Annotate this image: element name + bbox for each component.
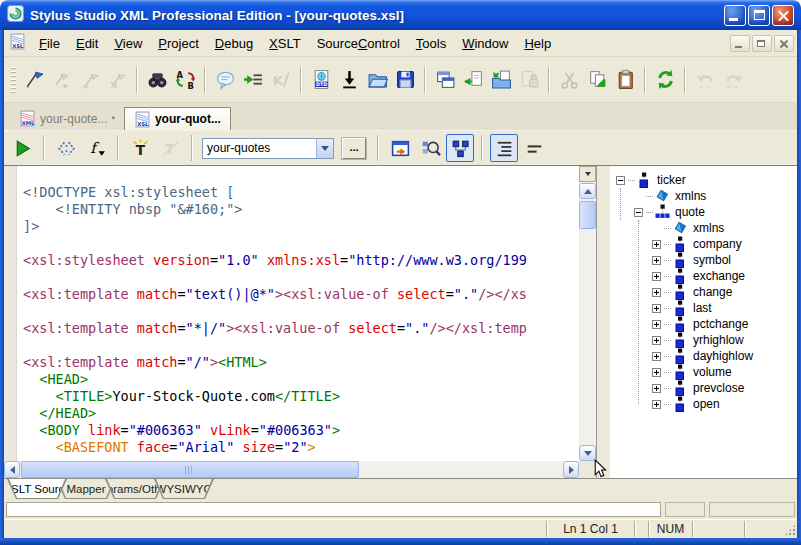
menu-xslt[interactable]: XSLT [261,33,309,54]
save-button[interactable] [391,66,419,94]
toolbar-gripper[interactable] [11,67,16,93]
tree-expander-plus[interactable] [652,288,661,297]
status-strip-pane-1 [665,502,705,517]
tag-completion-button[interactable] [52,134,80,162]
tree-expander-plus[interactable] [652,240,661,249]
window-controls [724,5,794,26]
tree-item-ticker[interactable]: ticker [610,172,797,188]
tree-item-quote[interactable]: quote [610,204,797,220]
titlebar[interactable]: Stylus Studio XML Professional Edition -… [0,0,801,30]
combobox-dropdown-button[interactable] [316,139,333,158]
scroll-right-button[interactable] [563,461,579,478]
source-control-checkin-button [515,66,543,94]
view-tab-xslt-source[interactable]: XSLT Source [7,479,67,499]
open-document-button[interactable] [459,66,487,94]
vertical-scrollbar[interactable] [579,166,596,461]
mdi-minimize-button[interactable] [730,35,750,52]
download-import-button[interactable] [335,66,363,94]
menu-window[interactable]: Window [454,33,516,54]
function-menu-button[interactable]: f [82,134,110,162]
document-tab-yourquot[interactable]: XSLyour-quot... [124,107,231,130]
open-folder-icon [367,69,388,90]
sense-x-button[interactable] [211,66,239,94]
scenario-browse-button[interactable]: ... [342,138,366,159]
preview-window-button[interactable] [386,134,414,162]
menu-view[interactable]: View [106,33,150,54]
status-extra-2 [745,521,781,537]
close-button[interactable] [772,5,794,26]
menu-file[interactable]: File [31,33,68,54]
menu-tools[interactable]: Tools [408,33,454,54]
paste-button[interactable] [611,66,639,94]
menu-help[interactable]: Help [516,33,559,54]
minimize-button[interactable] [724,5,746,26]
scenario-combobox[interactable]: your-quotes [202,138,334,159]
scroll-left-button[interactable] [4,461,20,478]
tree-blocks-icon [450,138,471,159]
status-bar: Ln 1 Col 1NUM [4,519,797,538]
horizontal-scrollbar[interactable] [4,461,579,478]
tree-expander-plus[interactable] [652,336,661,345]
code-line: <!DOCTYPE xsl:stylesheet [ [23,184,579,201]
tree-expander-plus[interactable] [652,352,661,361]
new-window-button[interactable] [431,66,459,94]
maximize-icon [754,10,765,20]
replace-button[interactable]: AB [171,66,199,94]
text-view-button[interactable] [490,134,518,162]
find-button[interactable] [143,66,171,94]
preview-result-button[interactable] [416,134,444,162]
tree-expander-plus[interactable] [652,384,661,393]
code-line: <BASEFONT face="Arial" size="2"> [23,439,579,456]
open-file-button[interactable] [363,66,391,94]
menu-project[interactable]: Project [150,33,206,54]
tree-expander-plus[interactable] [652,400,661,409]
doc-lock-icon [519,69,540,90]
window-in-icon [390,138,411,159]
status-strip [4,500,797,519]
tree-connector [646,212,653,213]
code-editor[interactable]: <!DOCTYPE xsl:stylesheet [ <!ENTITY nbsp… [18,166,579,461]
document-tab-yourquote[interactable]: XMLyour-quote...* [10,107,124,130]
tree-expander-plus[interactable] [652,368,661,377]
maximize-button[interactable] [748,5,770,26]
line-display-button[interactable] [520,134,548,162]
menu-sourcecontrol[interactable]: SourceControl [309,33,408,54]
resize-grip[interactable] [781,521,797,537]
tree-expander-plus[interactable] [652,256,661,265]
menu-debug[interactable]: Debug [207,33,261,54]
tree-expander-minus[interactable] [634,208,643,217]
tree-expander-plus[interactable] [652,272,661,281]
tree-connector [664,308,671,309]
run-xslt-button[interactable] [8,134,36,162]
splitter-dropdown-button[interactable] [579,166,596,182]
open-dtd-schema-button[interactable]: DTD [307,66,335,94]
tree-expander-plus[interactable] [652,304,661,313]
status-extra-1 [693,521,745,537]
tree-expander-minus[interactable] [616,176,625,185]
pane-splitter[interactable] [598,166,610,478]
tree-item-label: company [693,237,742,251]
horizontal-scroll-thumb[interactable] [21,461,359,478]
mdi-restore-button[interactable] [752,35,772,52]
open-from-folder-button[interactable] [487,66,515,94]
mdi-close-button[interactable] [774,35,794,52]
tree-item-xmlns[interactable]: xmlns [610,188,797,204]
menu-edit[interactable]: Edit [68,33,106,54]
scroll-up-button[interactable] [579,183,596,199]
flag-prev-icon [79,69,100,90]
tree-expander-plus[interactable] [652,320,661,329]
flag-clear-icon [107,69,128,90]
syntax-coloring-button[interactable]: T [126,134,154,162]
tree-view-button[interactable] [446,134,474,162]
dtd-doc-icon: DTD [311,69,332,90]
vertical-scroll-thumb[interactable] [579,201,596,229]
goto-line-button[interactable] [239,66,267,94]
tree-connector [628,180,635,181]
tree-rail [620,188,621,220]
status-message-field [6,502,661,517]
element-icon [673,380,688,396]
refresh-button[interactable] [651,66,679,94]
view-tab-wysiwyg[interactable]: WYSIWYG [154,479,214,499]
toggle-bookmark-button[interactable] [19,66,47,94]
copy-button[interactable] [583,66,611,94]
